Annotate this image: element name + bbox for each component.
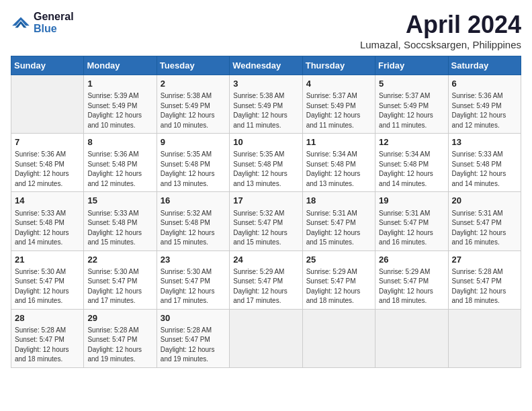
calendar-day-cell: 4Sunrise: 5:37 AM Sunset: 5:49 PM Daylig… [302,75,375,134]
calendar-day-cell: 16Sunrise: 5:32 AM Sunset: 5:48 PM Dayli… [157,192,229,250]
weekday-header-cell: Saturday [448,56,521,75]
day-number: 12 [379,136,444,148]
day-info: Sunrise: 5:30 AM Sunset: 5:47 PM Dayligh… [15,267,80,306]
day-number: 22 [87,254,152,266]
calendar-day-cell: 27Sunrise: 5:28 AM Sunset: 5:47 PM Dayli… [448,250,521,309]
day-number: 13 [452,136,517,148]
day-number: 8 [87,136,152,148]
calendar-day-cell: 29Sunrise: 5:28 AM Sunset: 5:47 PM Dayli… [84,309,157,367]
calendar-day-cell: 26Sunrise: 5:29 AM Sunset: 5:47 PM Dayli… [375,250,448,309]
calendar-day-cell: 20Sunrise: 5:31 AM Sunset: 5:47 PM Dayli… [448,192,521,250]
calendar-day-cell [11,75,84,134]
weekday-header-cell: Friday [375,56,448,75]
day-info: Sunrise: 5:33 AM Sunset: 5:48 PM Dayligh… [87,209,152,248]
weekday-header: SundayMondayTuesdayWednesdayThursdayFrid… [11,56,521,75]
day-info: Sunrise: 5:38 AM Sunset: 5:49 PM Dayligh… [233,91,298,130]
day-info: Sunrise: 5:31 AM Sunset: 5:47 PM Dayligh… [379,209,444,248]
calendar-day-cell: 5Sunrise: 5:37 AM Sunset: 5:49 PM Daylig… [375,75,448,134]
weekday-header-cell: Wednesday [230,56,302,75]
calendar-week-row: 28Sunrise: 5:28 AM Sunset: 5:47 PM Dayli… [11,309,521,367]
calendar-day-cell: 15Sunrise: 5:33 AM Sunset: 5:48 PM Dayli… [84,192,157,250]
logo-general: General [34,11,74,23]
calendar-day-cell: 24Sunrise: 5:29 AM Sunset: 5:47 PM Dayli… [230,250,302,309]
day-number: 2 [161,78,226,90]
day-info: Sunrise: 5:38 AM Sunset: 5:49 PM Dayligh… [161,91,226,130]
day-info: Sunrise: 5:30 AM Sunset: 5:47 PM Dayligh… [87,267,152,306]
calendar-week-row: 14Sunrise: 5:33 AM Sunset: 5:48 PM Dayli… [11,192,521,250]
calendar-day-cell: 9Sunrise: 5:35 AM Sunset: 5:48 PM Daylig… [157,134,229,192]
weekday-header-cell: Tuesday [157,56,229,75]
day-number: 18 [306,195,371,207]
day-info: Sunrise: 5:29 AM Sunset: 5:47 PM Dayligh… [233,267,298,306]
calendar-day-cell [375,309,448,367]
day-number: 19 [379,195,444,207]
calendar-day-cell: 11Sunrise: 5:34 AM Sunset: 5:48 PM Dayli… [302,134,375,192]
day-info: Sunrise: 5:37 AM Sunset: 5:49 PM Dayligh… [306,91,371,130]
day-info: Sunrise: 5:35 AM Sunset: 5:48 PM Dayligh… [233,150,298,189]
day-info: Sunrise: 5:29 AM Sunset: 5:47 PM Dayligh… [306,267,371,306]
calendar-day-cell: 14Sunrise: 5:33 AM Sunset: 5:48 PM Dayli… [11,192,84,250]
day-number: 7 [15,136,80,148]
day-info: Sunrise: 5:29 AM Sunset: 5:47 PM Dayligh… [379,267,444,306]
day-number: 28 [15,312,80,324]
day-number: 21 [15,254,80,266]
day-number: 15 [87,195,152,207]
day-info: Sunrise: 5:32 AM Sunset: 5:48 PM Dayligh… [161,209,226,248]
calendar-day-cell: 30Sunrise: 5:28 AM Sunset: 5:47 PM Dayli… [157,309,229,367]
calendar-day-cell: 28Sunrise: 5:28 AM Sunset: 5:47 PM Dayli… [11,309,84,367]
calendar-day-cell: 13Sunrise: 5:33 AM Sunset: 5:48 PM Dayli… [448,134,521,192]
day-number: 25 [306,254,371,266]
day-info: Sunrise: 5:28 AM Sunset: 5:47 PM Dayligh… [161,326,226,365]
calendar-day-cell: 3Sunrise: 5:38 AM Sunset: 5:49 PM Daylig… [230,75,302,134]
day-info: Sunrise: 5:33 AM Sunset: 5:48 PM Dayligh… [452,150,517,189]
weekday-header-cell: Thursday [302,56,375,75]
day-number: 5 [379,78,444,90]
day-number: 14 [15,195,80,207]
weekday-header-cell: Monday [84,56,157,75]
calendar-day-cell: 1Sunrise: 5:39 AM Sunset: 5:49 PM Daylig… [84,75,157,134]
calendar-day-cell: 12Sunrise: 5:34 AM Sunset: 5:48 PM Dayli… [375,134,448,192]
calendar-day-cell: 6Sunrise: 5:36 AM Sunset: 5:49 PM Daylig… [448,75,521,134]
day-number: 27 [452,254,517,266]
day-info: Sunrise: 5:37 AM Sunset: 5:49 PM Dayligh… [379,91,444,130]
logo: General Blue [11,11,74,35]
title-section: April 2024 Lumazal, Soccsksargen, Philip… [360,11,521,50]
day-info: Sunrise: 5:39 AM Sunset: 5:49 PM Dayligh… [87,91,152,130]
weekday-header-cell: Sunday [11,56,84,75]
calendar-day-cell: 18Sunrise: 5:31 AM Sunset: 5:47 PM Dayli… [302,192,375,250]
calendar-week-row: 7Sunrise: 5:36 AM Sunset: 5:48 PM Daylig… [11,134,521,192]
day-number: 24 [233,254,298,266]
day-number: 10 [233,136,298,148]
logo-blue: Blue [34,23,74,35]
calendar-day-cell: 7Sunrise: 5:36 AM Sunset: 5:48 PM Daylig… [11,134,84,192]
calendar-subtitle: Lumazal, Soccsksargen, Philippines [360,39,521,50]
calendar-day-cell [302,309,375,367]
calendar-day-cell [230,309,302,367]
day-number: 6 [452,78,517,90]
calendar-table: SundayMondayTuesdayWednesdayThursdayFrid… [11,56,521,368]
day-info: Sunrise: 5:28 AM Sunset: 5:47 PM Dayligh… [15,326,80,365]
calendar-day-cell [448,309,521,367]
calendar-week-row: 1Sunrise: 5:39 AM Sunset: 5:49 PM Daylig… [11,75,521,134]
day-number: 1 [87,78,152,90]
day-number: 9 [161,136,226,148]
day-info: Sunrise: 5:36 AM Sunset: 5:49 PM Dayligh… [452,91,517,130]
day-info: Sunrise: 5:34 AM Sunset: 5:48 PM Dayligh… [379,150,444,189]
calendar-day-cell: 22Sunrise: 5:30 AM Sunset: 5:47 PM Dayli… [84,250,157,309]
calendar-day-cell: 21Sunrise: 5:30 AM Sunset: 5:47 PM Dayli… [11,250,84,309]
day-info: Sunrise: 5:28 AM Sunset: 5:47 PM Dayligh… [87,326,152,365]
day-info: Sunrise: 5:34 AM Sunset: 5:48 PM Dayligh… [306,150,371,189]
day-number: 23 [161,254,226,266]
day-info: Sunrise: 5:36 AM Sunset: 5:48 PM Dayligh… [15,150,80,189]
day-number: 29 [87,312,152,324]
day-info: Sunrise: 5:36 AM Sunset: 5:48 PM Dayligh… [87,150,152,189]
day-info: Sunrise: 5:32 AM Sunset: 5:47 PM Dayligh… [233,209,298,248]
day-number: 30 [161,312,226,324]
day-number: 16 [161,195,226,207]
day-number: 3 [233,78,298,90]
calendar-day-cell: 10Sunrise: 5:35 AM Sunset: 5:48 PM Dayli… [230,134,302,192]
calendar-day-cell: 17Sunrise: 5:32 AM Sunset: 5:47 PM Dayli… [230,192,302,250]
day-info: Sunrise: 5:35 AM Sunset: 5:48 PM Dayligh… [161,150,226,189]
day-number: 26 [379,254,444,266]
calendar-day-cell: 25Sunrise: 5:29 AM Sunset: 5:47 PM Dayli… [302,250,375,309]
